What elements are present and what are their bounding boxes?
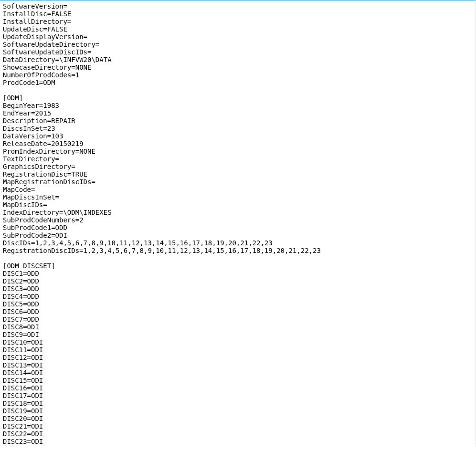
config-line: DISC16=ODI: [3, 384, 473, 392]
config-line: SoftwareUpdateDirectory=: [3, 41, 473, 48]
config-line: DISC3=ODD: [3, 285, 473, 293]
config-line: SubProdCodeNumbers=2: [3, 216, 473, 224]
config-line: MapDiscIDs=: [3, 201, 473, 209]
config-line: RegistrationDisc=TRUE: [3, 170, 473, 178]
config-line: SoftwareVersion=: [3, 2, 473, 10]
config-line: InstallDirectory=: [3, 18, 473, 25]
config-line: Description=REPAIR: [3, 117, 473, 125]
config-line: UpdateDisc=FALSE: [3, 25, 473, 33]
config-line: DISC4=ODD: [3, 293, 473, 300]
config-line: ReleaseDate=20150219: [3, 140, 473, 147]
config-line: DISC8=ODI: [3, 323, 473, 331]
config-line: DISC18=ODI: [3, 399, 473, 407]
config-line: DISC10=ODI: [3, 338, 473, 346]
config-line: DISC9=ODI: [3, 331, 473, 338]
config-line: DiscsInSet=23: [3, 125, 473, 132]
config-line: DataVersion=103: [3, 132, 473, 140]
config-line: MapRegistrationDiscIDs=: [3, 178, 473, 186]
config-line: DISC11=ODI: [3, 346, 473, 354]
config-line: RegistrationDiscIDs=1,2,3,4,5,6,7,8,9,10…: [3, 247, 473, 254]
config-line: UpdateDisplayVersion=: [3, 33, 473, 41]
config-line: DISC1=ODD: [3, 270, 473, 277]
blank-line: [3, 86, 473, 94]
config-line: DISC7=ODD: [3, 315, 473, 323]
config-line: GraphicsDirectory=: [3, 163, 473, 170]
config-line: DiscIDs=1,2,3,4,5,6,7,8,9,10,11,12,13,14…: [3, 239, 473, 247]
config-line: MapCode=: [3, 186, 473, 193]
config-line: DISC22=ODI: [3, 430, 473, 438]
config-line: DISC15=ODI: [3, 377, 473, 384]
config-line: DISC12=ODI: [3, 354, 473, 361]
config-line: DISC20=ODI: [3, 415, 473, 422]
config-line: DISC6=ODD: [3, 308, 473, 315]
config-line: SubProdCode1=ODD: [3, 224, 473, 231]
config-line: DISC17=ODI: [3, 392, 473, 399]
config-line: DISC13=ODI: [3, 361, 473, 369]
config-line: DISC14=ODI: [3, 369, 473, 377]
config-line: DataDirectory=\INFVW20\DATA: [3, 56, 473, 63]
config-line: ShowcaseDirectory=NONE: [3, 63, 473, 71]
config-line: MapDiscsInSet=: [3, 193, 473, 201]
config-line: EndYear=2015: [3, 109, 473, 117]
config-line: DISC5=ODD: [3, 300, 473, 308]
config-line: PromIndexDirectory=NONE: [3, 147, 473, 155]
config-line: BeginYear=1983: [3, 102, 473, 109]
config-line: TextDirectory=: [3, 155, 473, 163]
config-line: DISC19=ODI: [3, 407, 473, 415]
config-line: DISC23=ODI: [3, 438, 473, 445]
config-line: SubProdCode2=ODI: [3, 231, 473, 239]
config-text-content: SoftwareVersion=InstallDisc=FALSEInstall…: [3, 2, 473, 445]
config-line: DISC2=ODD: [3, 277, 473, 285]
config-line: [ODM DISCSET]: [3, 262, 473, 270]
config-line: InstallDisc=FALSE: [3, 10, 473, 18]
blank-line: [3, 254, 473, 262]
config-line: DISC21=ODI: [3, 422, 473, 430]
config-line: NumberOfProdCodes=1: [3, 71, 473, 79]
config-line: SoftwareUpdateDiscIDs=: [3, 48, 473, 56]
config-line: IndexDirectory=\ODM\INDEXES: [3, 209, 473, 216]
config-line: [ODM]: [3, 94, 473, 102]
config-line: ProdCode1=ODM: [3, 79, 473, 86]
